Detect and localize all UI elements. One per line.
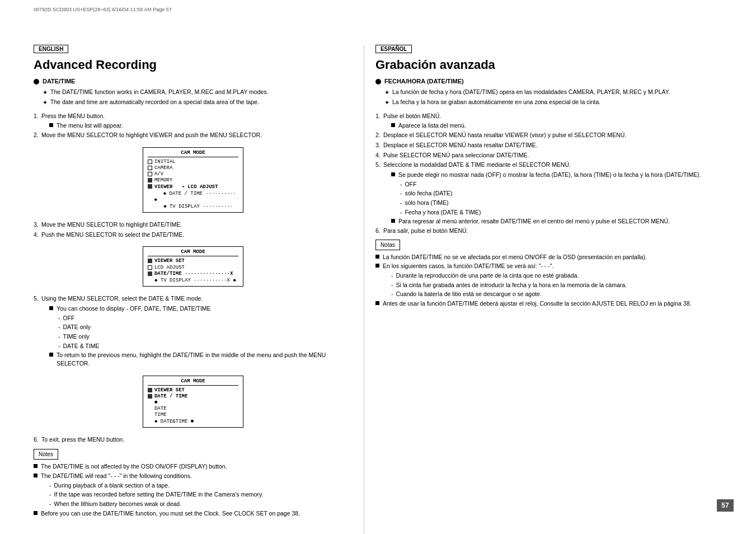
notas-section: Notas La función DATE/TIME no se ve afec… (375, 240, 722, 308)
step-1-sub: The menu list will appear. (34, 121, 353, 130)
columns-wrapper: ENGLISH Advanced Recording DATE/TIME ✦ T… (34, 45, 722, 534)
step-es-1: 1. Pulse el botón MENÚ. (375, 112, 722, 120)
intro-bullet-2: La fecha y la hora se graban automáticam… (392, 98, 600, 106)
sub-options: - OFF - DATE only - TIME only - (49, 314, 353, 350)
square-marker (34, 464, 37, 468)
dash-marker: - (391, 281, 393, 289)
step-num: 3. (375, 141, 383, 149)
list-item: - Cuando la batería de litio está se des… (391, 290, 722, 298)
fecha-hora-heading: FECHA/HORA (DATE/TIME) (375, 78, 722, 85)
step-3: 3. Move the MENU SELECTOR to highlight D… (34, 221, 353, 229)
square-marker (49, 123, 53, 127)
list-item: The menu list will appear. (49, 121, 353, 130)
list-item: - Durante la reproducción de una parte d… (391, 271, 722, 280)
square-marker (49, 306, 53, 310)
step-es-5-sub: Se puede elegir no mostrar nada (OFF) o … (375, 171, 722, 226)
dash-marker: - (400, 208, 402, 217)
left-title: Advanced Recording (34, 58, 353, 72)
cam-row: INITIAL (148, 159, 238, 165)
dash-marker: - (400, 199, 402, 207)
step-num: 2. (34, 131, 41, 139)
espanol-label: ESPAÑOL (375, 45, 412, 53)
notes-section: Notes The DATE/TIME is not affected by t… (34, 449, 353, 517)
list-item: To return to the previous menu, highligh… (49, 351, 353, 367)
list-item: - If the tape was recorded before settin… (49, 490, 353, 499)
cross-marker: ✦ (384, 88, 389, 97)
cam-row: ◆ DATE&TIME ■ (148, 418, 238, 424)
steps-list: 1. Press the MENU button. The menu list … (34, 112, 353, 444)
diagram-3: CAM MODE VIEWER SET DATE / TIME ■ (34, 372, 353, 431)
right-title: Grabación avanzada (375, 58, 722, 72)
cam-icon-solid (148, 394, 152, 399)
cam-title-3: CAM MODE (148, 378, 238, 386)
step-text: Move the MENU SELECTOR to highlight DATE… (41, 221, 182, 229)
square-marker (49, 353, 53, 357)
step-text: Pulse SELECTOR MENÚ para seleccionar DAT… (383, 151, 529, 160)
step-4: 4. Push the MENU SELECTOR to select the … (34, 231, 353, 239)
cam-row: ◆ DATE / TIME ·········· ◆ (148, 190, 238, 203)
step-es-5: 5. Seleccione la modalidad DATE & TIME m… (375, 161, 722, 169)
cam-icon (148, 172, 152, 176)
cam-icon-solid (148, 259, 152, 263)
square-marker (391, 172, 395, 176)
step-es-3: 3. Desplace el SELECTOR MENÚ hasta resal… (375, 141, 722, 149)
square-marker (391, 219, 395, 223)
square-marker (34, 511, 37, 515)
step-text: To exit, press the MENU button. (41, 435, 124, 444)
cam-row: DATE/TIME ···············X (148, 271, 238, 277)
cam-icon-solid (148, 388, 152, 392)
list-item: ✦ The DATE/TIME function works in CAMERA… (43, 88, 353, 97)
sub-text: You can choose to display - OFF, DATE, T… (57, 305, 211, 313)
step-num: 2. (375, 131, 383, 139)
list-item: - Fecha y hora (DATE & TIME) (400, 208, 722, 217)
intro-bullet-2: The date and time are automatically reco… (50, 98, 259, 106)
list-item: - OFF (58, 314, 353, 322)
step-text: Desplace el SELECTOR MENÚ hasta resaltar… (383, 131, 626, 139)
sub-text: The menu list will appear. (57, 121, 123, 130)
list-item: - sólo fecha (DATE) (400, 189, 722, 198)
bullet-circle (34, 79, 39, 85)
note-item: The DATE/TIME will read "- - -" in the f… (34, 472, 353, 480)
cam-row: VIEWER SET (148, 258, 238, 264)
diagram-2: CAM MODE VIEWER SET LCD ADJUST (34, 243, 353, 290)
step-5: 5. Using the MENU SELECTOR, select the D… (34, 294, 353, 303)
square-marker (375, 264, 379, 268)
dash-marker: - (58, 323, 60, 331)
list-item: - sólo hora (TIME) (400, 199, 722, 207)
note-item-es: La función DATE/TIME no se ve afectada p… (375, 253, 722, 261)
step-num: 6. (34, 435, 41, 444)
step-text: Move the MENU SELECTOR to highlight VIEW… (41, 131, 262, 139)
cam-row: ■ (148, 400, 238, 405)
cam-diagram-1: CAM MODE INITIAL CAMERA A/V (143, 147, 243, 213)
cam-diagram-2: CAM MODE VIEWER SET LCD ADJUST (143, 246, 243, 287)
sub-text: Se puede elegir no mostrar nada (OFF) o … (398, 171, 701, 179)
list-item: Para regresar al menú anterior, resalte … (391, 217, 722, 226)
notes-box: Notes (34, 449, 58, 460)
dash-marker: - (58, 342, 60, 350)
list-item: ✦ The date and time are automatically re… (43, 98, 353, 107)
step-num: 4. (34, 231, 41, 239)
cam-diagram-3: CAM MODE VIEWER SET DATE / TIME ■ (143, 376, 243, 428)
step-num: 3. (34, 221, 41, 229)
dash-marker: - (49, 490, 51, 499)
square-marker (375, 301, 379, 305)
list-item: Se puede elegir no mostrar nada (OFF) o … (391, 171, 722, 179)
dash-marker: - (391, 271, 393, 280)
intro-bullet-1: La función de fecha y hora (DATE/TIME) o… (392, 88, 670, 96)
step-text: Seleccione la modalidad DATE & TIME medi… (383, 161, 571, 169)
cam-title: CAM MODE (148, 150, 238, 157)
list-item: - DATE only (58, 323, 353, 331)
note-es-subitems: - Durante la reproducción de una parte d… (375, 271, 722, 298)
sub-text: To return to the previous menu, highligh… (57, 351, 353, 367)
sub-options-es: - OFF - sólo fecha (DATE) - sólo hora (T… (391, 180, 722, 217)
note-item: The DATE/TIME is not affected by the OSD… (34, 462, 353, 471)
dash-marker: - (400, 189, 402, 198)
step-num: 5. (34, 294, 41, 303)
step-2: 2. Move the MENU SELECTOR to highlight V… (34, 131, 353, 139)
square-marker (391, 123, 395, 127)
step-6: 6. To exit, press the MENU button. (34, 435, 353, 444)
cam-icon-solid (148, 178, 152, 182)
step-es-1-sub: Aparece la lista del menú. (375, 121, 722, 130)
list-item: ✦ La fecha y la hora se graban automátic… (384, 98, 722, 107)
list-item: - During playback of a blank section of … (49, 481, 353, 490)
